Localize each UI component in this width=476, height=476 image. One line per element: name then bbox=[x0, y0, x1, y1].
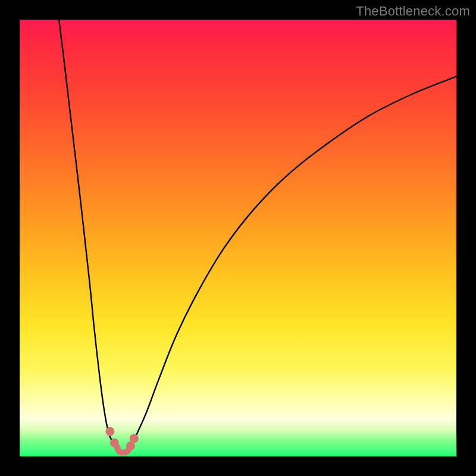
right-curve bbox=[130, 76, 456, 446]
right-dot-lower bbox=[126, 441, 135, 450]
plot-area bbox=[20, 20, 456, 456]
watermark-text: TheBottleneck.com bbox=[356, 4, 470, 19]
left-dot-lower bbox=[110, 439, 119, 447]
curve-layer bbox=[20, 20, 456, 456]
chart-frame: TheBottleneck.com bbox=[0, 0, 476, 476]
left-curve bbox=[59, 20, 117, 447]
left-dot-upper bbox=[105, 427, 114, 436]
